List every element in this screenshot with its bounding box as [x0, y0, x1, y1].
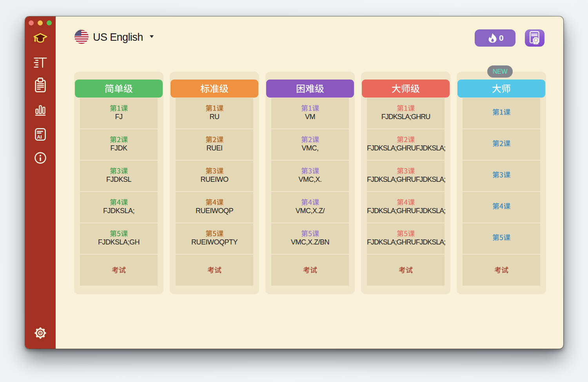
svg-text:AI: AI [37, 134, 42, 140]
